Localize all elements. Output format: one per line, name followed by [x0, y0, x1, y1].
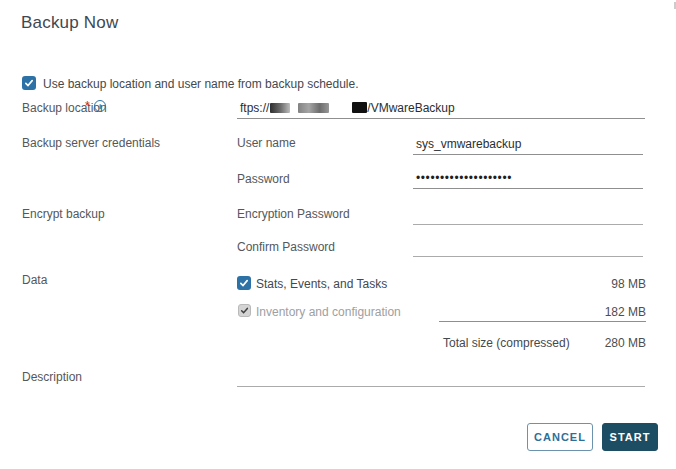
password-field[interactable]: •••••••••••••••••••• [413, 168, 643, 189]
dialog-title: Backup Now [21, 13, 118, 33]
inventory-configuration-checkbox [238, 304, 251, 317]
backup-now-dialog: Backup Now Use backup location and user … [0, 0, 676, 469]
description-field[interactable] [237, 365, 645, 387]
encryption-password-label: Encryption Password [237, 207, 350, 221]
backup-location-suffix: /VMwareBackup [367, 101, 454, 115]
redacted-block [270, 103, 290, 113]
username-label: User name [237, 136, 296, 150]
description-label: Description [22, 370, 82, 384]
data-section-label: Data [22, 273, 47, 287]
required-asterisk: * [85, 99, 90, 113]
username-value: sys_vmwarebackup [416, 137, 521, 151]
check-icon [24, 78, 34, 88]
confirm-password-label: Confirm Password [237, 240, 335, 254]
inventory-configuration-size: 182 MB [605, 305, 646, 319]
stats-events-tasks-label: Stats, Events, and Tasks [256, 277, 387, 291]
encryption-password-field[interactable] [413, 203, 643, 225]
redacted-block [298, 103, 329, 113]
encrypt-section-label: Encrypt backup [22, 207, 105, 221]
use-schedule-label: Use backup location and user name from b… [43, 77, 359, 91]
use-schedule-checkbox[interactable] [22, 76, 36, 90]
start-button[interactable]: START [602, 423, 658, 451]
backup-location-prefix: ftps:// [240, 101, 269, 115]
credentials-section-label: Backup server credentials [22, 136, 160, 150]
check-icon [240, 306, 249, 315]
redacted-block [352, 102, 367, 113]
total-size-value: 280 MB [605, 336, 646, 350]
check-icon [239, 278, 249, 288]
info-icon[interactable]: i [94, 100, 106, 112]
cancel-button[interactable]: CANCEL [527, 423, 593, 451]
total-size-label: Total size (compressed) [443, 336, 570, 350]
confirm-password-field[interactable] [413, 235, 643, 257]
password-label: Password [237, 172, 290, 186]
stats-events-tasks-checkbox[interactable] [237, 276, 251, 290]
password-value: •••••••••••••••••••• [416, 171, 512, 185]
inventory-configuration-label: Inventory and configuration [256, 305, 401, 319]
username-field[interactable]: sys_vmwarebackup [413, 133, 643, 155]
total-divider [439, 321, 646, 322]
stats-events-tasks-size: 98 MB [611, 277, 646, 291]
backup-location-field[interactable]: ftps:///VMwareBackup [237, 97, 645, 119]
